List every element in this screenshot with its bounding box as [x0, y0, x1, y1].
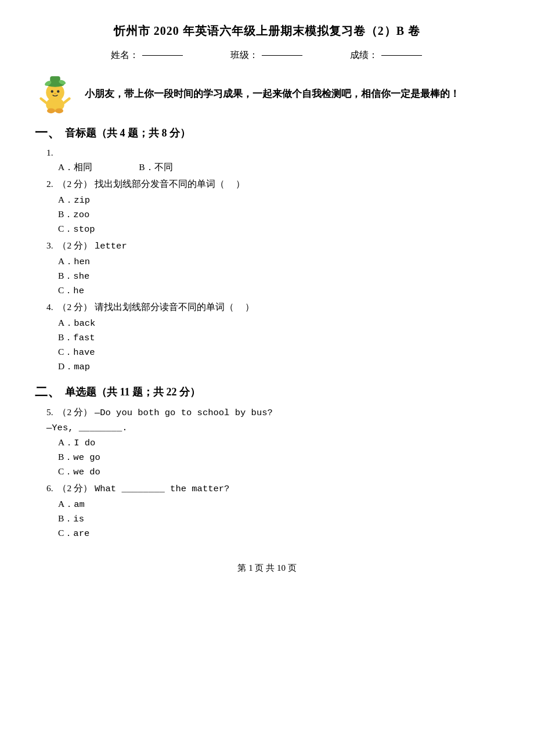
svg-rect-6 — [50, 76, 60, 84]
section1-header: 一、 音标题（共 4 题；共 8 分） — [35, 124, 499, 142]
q2-options: A．zip B．zoo C．stop — [46, 194, 499, 235]
question-2: 2. （2 分） 找出划线部分发音不同的单词（ ） A．zip B．zoo C．… — [35, 178, 499, 235]
svg-line-10 — [64, 99, 70, 103]
question-4: 4. （2 分） 请找出划线部分读音不同的单词（ ） A．back B．fast… — [35, 301, 499, 373]
mascot-section: 小朋友，带上你一段时间的学习成果，一起来做个自我检测吧，相信你一定是最棒的！ — [35, 73, 499, 114]
q3-option-b: B．she — [58, 270, 499, 282]
q3-option-c: C．he — [58, 285, 499, 297]
q1-stem: 1. — [46, 147, 499, 158]
page-footer: 第 1 页 共 10 页 — [35, 563, 499, 574]
name-field: 姓名： — [111, 49, 184, 62]
question-3: 3. （2 分） letter A．hen B．she C．he — [35, 240, 499, 297]
svg-line-9 — [41, 99, 46, 103]
q5-option-c: C．we do — [58, 466, 499, 478]
q4-option-d: D．map — [58, 361, 499, 373]
q4-option-c: C．have — [58, 346, 499, 358]
name-blank — [142, 55, 183, 56]
class-label: 班级： — [230, 49, 258, 62]
q6-stem-text: （2 分） What ________ the matter? — [57, 483, 229, 493]
q4-stem: 4. （2 分） 请找出划线部分读音不同的单词（ ） — [46, 301, 499, 314]
q6-option-b: B．is — [58, 513, 499, 525]
q6-stem: 6. （2 分） What ________ the matter? — [46, 483, 499, 495]
q5-option-a: A．I do — [58, 437, 499, 449]
section2-num: 二、 — [35, 383, 60, 401]
q2-stem-text: （2 分） 找出划线部分发音不同的单词（ ） — [57, 179, 245, 189]
section2-header: 二、 单选题（共 11 题；共 22 分） — [35, 383, 499, 401]
q4-option-b: B．fast — [58, 332, 499, 344]
q6-option-c: C．are — [58, 527, 499, 539]
q1-option-a: A．相同 — [58, 161, 92, 174]
header-fields: 姓名： 班级： 成绩： — [35, 49, 499, 62]
q4-options: A．back B．fast C．have D．map — [46, 317, 499, 373]
q5-stem: 5. （2 分） —Do you both go to school by bu… — [46, 406, 499, 419]
name-label: 姓名： — [111, 49, 139, 62]
score-field: 成绩： — [350, 49, 423, 62]
svg-point-11 — [47, 108, 55, 113]
section1-title: 音标题（共 4 题；共 8 分） — [65, 126, 190, 140]
q3-stem-text: （2 分） letter — [57, 240, 127, 250]
q2-option-a: A．zip — [58, 194, 499, 206]
q1-option-b: B．不同 — [139, 161, 172, 174]
q5-options: A．I do B．we go C．we do — [46, 437, 499, 478]
q5-sub-stem: —Yes, ________. — [46, 422, 499, 433]
section1-num: 一、 — [35, 124, 60, 142]
q4-option-a: A．back — [58, 317, 499, 329]
q3-options: A．hen B．she C．he — [46, 255, 499, 297]
q5-stem-text: （2 分） —Do you both go to school by bus? — [57, 407, 272, 417]
q3-stem: 3. （2 分） letter — [46, 240, 499, 252]
q4-stem-text: （2 分） 请找出划线部分读音不同的单词（ ） — [57, 302, 254, 312]
q1-options: A．相同 B．不同 — [46, 161, 499, 174]
q6-options: A．am B．is C．are — [46, 498, 499, 539]
page-title: 忻州市 2020 年英语六年级上册期末模拟复习卷（2）B 卷 — [35, 23, 499, 39]
question-1: 1. A．相同 B．不同 — [35, 147, 499, 174]
class-field: 班级： — [230, 49, 304, 62]
q5-option-b: B．we go — [58, 451, 499, 463]
q2-stem: 2. （2 分） 找出划线部分发音不同的单词（ ） — [46, 178, 499, 190]
question-5: 5. （2 分） —Do you both go to school by bu… — [35, 406, 499, 478]
score-label: 成绩： — [350, 49, 378, 62]
svg-point-4 — [54, 93, 56, 95]
mascot-icon — [35, 73, 75, 114]
section2-title: 单选题（共 11 题；共 22 分） — [65, 385, 200, 399]
q2-option-c: C．stop — [58, 223, 499, 235]
class-blank — [262, 55, 302, 56]
q2-option-b: B．zoo — [58, 208, 499, 221]
svg-point-12 — [55, 108, 63, 113]
question-6: 6. （2 分） What ________ the matter? A．am … — [35, 483, 499, 539]
q6-option-a: A．am — [58, 498, 499, 510]
svg-point-3 — [57, 90, 59, 92]
svg-point-2 — [51, 90, 53, 92]
q3-option-a: A．hen — [58, 255, 499, 268]
mascot-text: 小朋友，带上你一段时间的学习成果，一起来做个自我检测吧，相信你一定是最棒的！ — [85, 87, 460, 100]
score-blank — [381, 55, 422, 56]
